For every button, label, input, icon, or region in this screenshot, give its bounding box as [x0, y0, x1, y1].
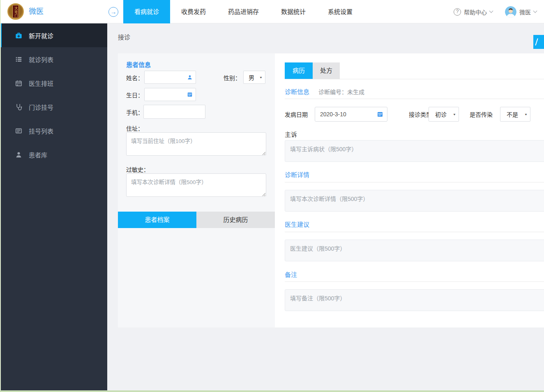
- diagnosis-detail-label: 诊断详情: [285, 170, 309, 179]
- address-label: 住址：: [126, 124, 143, 132]
- diagnosis-detail-textarea[interactable]: [285, 190, 544, 212]
- patient-info-panel: 患者信息 姓名： 性别： 男 ▼ 生日： 手机：: [118, 53, 275, 327]
- stethoscope-icon: [15, 103, 23, 111]
- medical-kit-icon: [15, 32, 23, 39]
- contagious-value: 不是: [500, 110, 524, 118]
- user-icon: [15, 151, 23, 159]
- clinic-logo: 大宅门: [7, 3, 24, 20]
- dropdown-arrow-icon: ▼: [453, 113, 456, 116]
- doctor-advice-label: 医生建议: [285, 220, 309, 228]
- sidebar-item-new-visit[interactable]: 新开就诊: [0, 23, 107, 47]
- tab-history-records[interactable]: 历史病历: [196, 212, 275, 228]
- sidebar-item-label: 新开就诊: [29, 31, 53, 40]
- remark-label: 备注: [285, 270, 297, 279]
- nav-tab-statistics[interactable]: 数据统计: [270, 0, 317, 23]
- name-input[interactable]: [144, 71, 196, 84]
- gender-label: 性别：: [224, 74, 241, 82]
- page-edge-left: [0, 0, 1, 392]
- address-textarea[interactable]: [126, 132, 266, 156]
- chief-complaint-textarea[interactable]: [285, 140, 544, 162]
- diagnosis-info-label: 诊断信息: [285, 87, 309, 96]
- gender-select[interactable]: 男 ▼: [243, 71, 265, 84]
- question-icon: ?: [454, 8, 461, 16]
- divider: [285, 99, 544, 99]
- remark-textarea[interactable]: [285, 289, 544, 311]
- collapse-arrow-icon[interactable]: →: [108, 7, 118, 17]
- user-avatar: [505, 6, 516, 18]
- calendar-icon: [187, 92, 193, 97]
- allergy-history-textarea[interactable]: [126, 173, 266, 197]
- onset-date-label: 发病日期: [285, 110, 308, 118]
- patient-info-title: 患者信息: [126, 60, 151, 69]
- sidebar-item-label: 门诊挂号: [29, 103, 53, 111]
- onset-date-input[interactable]: [315, 107, 387, 122]
- phone-input[interactable]: [143, 105, 205, 119]
- person-icon: [187, 74, 193, 80]
- top-nav: 看病就诊 收费发药 药品进销存 数据统计 系统设置: [123, 0, 364, 23]
- visit-type-select[interactable]: 初诊 ▼: [429, 107, 459, 122]
- sidebar: 新开就诊 就诊列表 医生排班: [0, 23, 107, 392]
- help-center-menu[interactable]: ? 帮助中心: [454, 8, 493, 16]
- calendar-icon: [15, 79, 23, 87]
- birthday-label: 生日：: [126, 91, 143, 99]
- doctor-advice-textarea[interactable]: [285, 240, 544, 261]
- calendar-icon: [377, 111, 383, 118]
- chevron-down-icon: [489, 9, 493, 13]
- user-name-label: 微医: [519, 8, 531, 16]
- sidebar-item-register-list[interactable]: 挂号列表: [0, 119, 107, 143]
- nav-tab-inventory[interactable]: 药品进销存: [217, 0, 270, 23]
- chief-complaint-label: 主诉: [285, 130, 297, 138]
- nav-tab-billing[interactable]: 收费发药: [170, 0, 217, 23]
- page-edge-bottom: [0, 390, 544, 392]
- divider: [285, 232, 544, 232]
- nav-tab-settings[interactable]: 系统设置: [317, 0, 364, 23]
- user-menu[interactable]: 微医: [505, 6, 537, 18]
- visit-type-value: 初诊: [429, 110, 453, 118]
- name-label: 姓名：: [126, 74, 143, 82]
- top-header: 大宅门 微医 → 看病就诊 收费发药 药品进销存 数据统计 系统设置 ? 帮助中…: [0, 0, 544, 23]
- nav-tab-consult[interactable]: 看病就诊: [123, 0, 170, 23]
- medical-record-panel: 病历 处方 诊断信息 诊断编号：未生成 发病日期 接诊类型 初诊 ▼ 是: [275, 53, 544, 327]
- patient-panel-tabs: 患者档案 历史病历: [118, 212, 275, 228]
- divider: [285, 79, 544, 79]
- page-title: 接诊: [118, 32, 130, 41]
- tab-patient-archive[interactable]: 患者档案: [118, 212, 196, 228]
- brand-name: 微医: [29, 0, 44, 23]
- sidebar-item-visit-list[interactable]: 就诊列表: [0, 47, 107, 71]
- sidebar-item-label: 就诊列表: [29, 55, 53, 64]
- phone-label: 手机：: [126, 108, 143, 116]
- card-list-icon: [15, 127, 23, 135]
- tab-prescription[interactable]: 处方: [313, 62, 340, 79]
- contagious-label: 是否传染: [470, 110, 493, 118]
- clinic-logo-text: 大宅门: [13, 6, 18, 18]
- sidebar-item-label: 医生排班: [29, 79, 53, 88]
- allergy-history-label: 过敏史：: [126, 165, 149, 173]
- divider: [285, 281, 544, 282]
- divider: [285, 182, 544, 182]
- sidebar-item-outpatient-register[interactable]: 门诊挂号: [0, 95, 107, 119]
- chevron-down-icon: [533, 9, 537, 13]
- dropdown-arrow-icon: ▼: [259, 76, 263, 79]
- dropdown-arrow-icon: ▼: [524, 113, 528, 116]
- sidebar-item-label: 挂号列表: [29, 127, 53, 135]
- tab-medical-record[interactable]: 病历: [285, 62, 313, 79]
- onset-date-value[interactable]: [320, 107, 373, 121]
- sidebar-item-label: 患者库: [29, 150, 47, 159]
- app-window: 大宅门 微医 → 看病就诊 收费发药 药品进销存 数据统计 系统设置 ? 帮助中…: [0, 0, 544, 392]
- sidebar-item-doctor-schedule[interactable]: 医生排班: [0, 71, 107, 95]
- sidebar-item-patient-database[interactable]: 患者库: [0, 143, 107, 166]
- clipped-action-button[interactable]: [533, 35, 544, 49]
- help-center-label: 帮助中心: [464, 8, 487, 16]
- contagious-select[interactable]: 不是 ▼: [500, 107, 530, 122]
- diagnosis-number-text: 诊断编号：未生成: [318, 88, 364, 96]
- header-right: ? 帮助中心 微医: [454, 0, 537, 23]
- list-icon: [15, 55, 23, 63]
- gender-value: 男: [244, 73, 259, 81]
- birthday-input[interactable]: [144, 88, 196, 101]
